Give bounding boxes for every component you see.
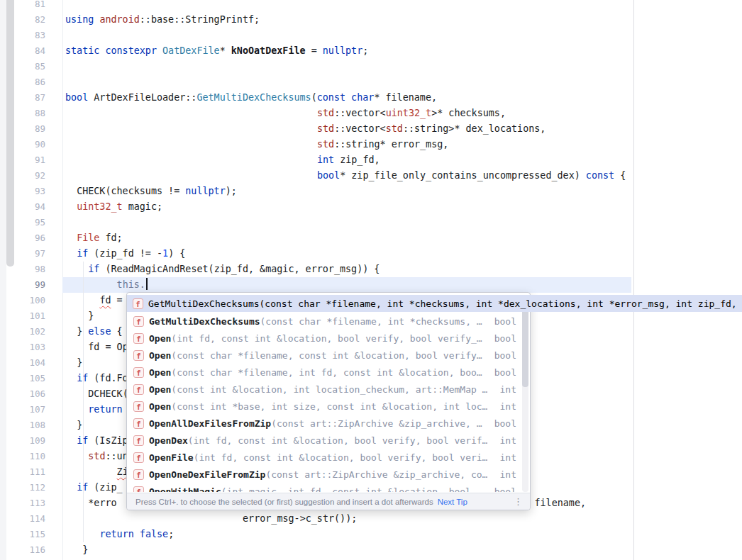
completion-item-name: OpenFile [149,452,194,463]
line-number[interactable]: 112 [14,480,45,495]
line-number[interactable]: 88 [14,106,45,121]
line-number[interactable]: 93 [14,184,45,199]
function-icon: f [133,435,144,446]
completion-item-signature: (const char *filename, int *checksums, i… [260,298,737,309]
completion-item[interactable]: fOpen(int fd, const int &location, bool … [128,330,529,347]
completion-item-return-type: bool [489,367,516,378]
line-number[interactable]: 97 [14,246,45,262]
line-number[interactable]: 89 [14,121,45,137]
line-number[interactable]: 99 [14,277,45,293]
code-line[interactable]: } [65,308,94,324]
code-line[interactable]: fd = [65,293,123,308]
code-line[interactable]: uint32_t magic; [65,199,162,215]
code-line[interactable]: static constexpr OatDexFile* kNoOatDexFi… [65,43,368,59]
completion-item[interactable]: fOpenAllDexFilesFromZip(const art::ZipAr… [128,415,529,432]
code-line[interactable]: error_msg->c_str()); [65,511,357,527]
line-number[interactable]: 96 [14,230,45,246]
code-line[interactable]: } [65,355,82,371]
line-number[interactable]: 84 [14,43,45,59]
code-line[interactable]: this. [65,277,148,293]
line-number[interactable]: 109 [14,433,45,449]
completion-item[interactable]: fOpenFile(int fd, const int &location, b… [128,449,529,466]
completion-item-signature: (const art::ZipArchive &zip_archive, co… [265,469,487,480]
completion-item[interactable]: fOpen(const char *filename, int fd, cons… [128,364,529,381]
line-number[interactable]: 94 [14,199,45,215]
code-line[interactable]: int zip_fd, [65,152,380,168]
completion-item-selected[interactable]: fGetMultiDexChecksums(const char *filena… [127,295,742,312]
code-line[interactable]: } [65,542,88,558]
line-number[interactable]: 106 [14,386,45,402]
completion-item[interactable]: fOpen(const char *filename, const int &l… [128,347,529,364]
completion-scrollbar-track[interactable] [522,296,528,492]
current-line-highlight [62,277,631,293]
code-line[interactable]: std::vector<std::string>* dex_locations, [65,121,546,137]
function-icon: f [133,401,144,412]
code-line[interactable]: std::un [65,449,128,464]
completion-item[interactable]: fOpen(const int &location, int location_… [128,381,529,398]
line-number[interactable]: 81 [14,0,45,12]
completion-item-signature: (const char *filename, int *checksums, … [260,316,482,327]
line-number[interactable]: 90 [14,137,45,152]
more-options-icon[interactable]: ⋮ [514,496,523,507]
line-number[interactable]: 98 [14,262,45,277]
line-number[interactable]: 107 [14,402,45,418]
completion-item-return-type: bool [489,486,516,493]
code-line[interactable]: bool* zip_file_only_contains_uncompresse… [65,168,626,184]
line-number[interactable]: 110 [14,449,45,464]
code-line[interactable]: DCHECK( [65,386,128,402]
line-number[interactable]: 101 [14,308,45,324]
line-number[interactable]: 115 [14,527,45,542]
completion-item[interactable]: fGetMultiDexChecksums(const char *filena… [128,313,529,330]
line-number[interactable]: 104 [14,355,45,371]
code-line[interactable]: Zip [65,464,134,480]
completion-item[interactable]: fOpenOneDexFileFromZip(const art::ZipArc… [128,466,529,483]
code-line[interactable]: } [65,418,82,433]
next-tip-link[interactable]: Next Tip [438,498,467,506]
code-line[interactable]: File fd; [65,230,123,246]
completion-item-name: Open [149,384,171,395]
right-margin-guide [633,0,634,560]
code-line[interactable]: return false; [65,527,174,542]
code-line[interactable]: std::string* error_msg, [65,137,448,152]
function-icon: f [133,316,144,327]
code-line[interactable]: bool ArtDexFileLoader::GetMultiDexChecks… [65,90,437,106]
line-number[interactable]: 82 [14,12,45,28]
line-number[interactable]: 83 [14,28,45,43]
line-number[interactable]: 92 [14,168,45,184]
line-number[interactable]: 87 [14,90,45,106]
completion-item[interactable]: fOpenWithMagic(int magic, int fd, const … [128,483,529,492]
left-scrollbar-thumb[interactable] [6,0,14,267]
code-line[interactable]: fd = Op [65,340,128,355]
completion-item[interactable]: fOpen(const int *base, int size, const i… [128,398,529,415]
line-number[interactable]: 114 [14,511,45,527]
line-number[interactable]: 91 [14,152,45,168]
gutter: 8182838485868788899091929394959697989910… [14,0,62,560]
completion-item-signature: (const art::ZipArchive &zip_archive, … [271,418,482,429]
code-line[interactable]: if (zip_ [65,480,123,495]
line-number[interactable]: 108 [14,418,45,433]
code-line[interactable]: if (IsZip [65,433,128,449]
code-line[interactable]: std::vector<uint32_t>* checksums, [65,106,506,121]
line-number[interactable]: 102 [14,324,45,340]
completion-item-signature: (const int *base, int size, const int &l… [171,401,487,412]
code-line[interactable]: return [65,402,128,418]
code-line[interactable]: if (fd.Fo [65,371,128,386]
line-number[interactable]: 113 [14,495,45,511]
code-line[interactable]: if (zip_fd != -1) { [65,246,185,262]
line-number[interactable]: 85 [14,59,45,74]
code-line[interactable]: using android::base::StringPrintf; [65,12,260,28]
line-number[interactable]: 103 [14,340,45,355]
line-number[interactable]: 111 [14,464,45,480]
completion-item[interactable]: fOpenDex(int fd, const int &location, bo… [128,432,529,449]
line-number[interactable]: 105 [14,371,45,386]
line-number[interactable]: 100 [14,293,45,308]
line-number[interactable]: 116 [14,542,45,558]
function-icon: f [133,418,144,429]
line-number[interactable]: 86 [14,74,45,90]
left-scrollbar-track[interactable] [0,0,6,560]
code-editor: 8182838485868788899091929394959697989910… [0,0,742,560]
line-number[interactable]: 95 [14,215,45,230]
code-line[interactable]: CHECK(checksums != nullptr); [65,184,237,199]
code-line[interactable]: if (ReadMagicAndReset(zip_fd, &magic, er… [65,262,380,277]
code-line[interactable]: } else { [65,324,123,340]
